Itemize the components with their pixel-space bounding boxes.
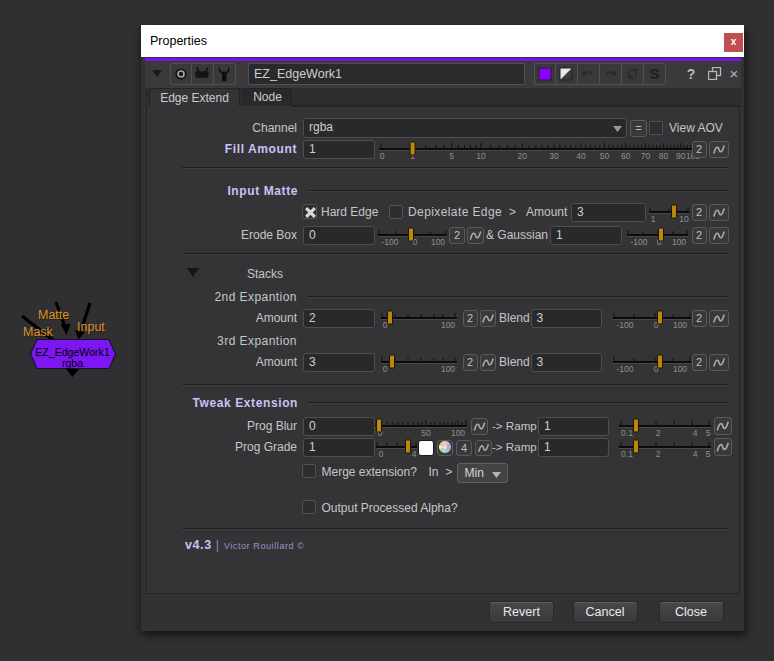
svg-text:10: 10 (679, 214, 689, 224)
svg-text:Input: Input (77, 320, 105, 334)
svg-text:0: 0 (379, 449, 384, 459)
svg-text:20: 20 (518, 151, 528, 161)
svg-text:Mask: Mask (23, 325, 54, 339)
svg-text:30: 30 (549, 151, 559, 161)
svg-text:80: 80 (659, 151, 669, 161)
svg-text:0.1: 0.1 (621, 449, 633, 459)
svg-text:2: 2 (656, 449, 661, 459)
svg-text:0: 0 (383, 320, 388, 330)
svg-text:90: 90 (676, 151, 686, 161)
svg-text:4: 4 (412, 449, 417, 459)
svg-text:40: 40 (576, 151, 586, 161)
svg-text:70: 70 (641, 151, 651, 161)
svg-text:100: 100 (673, 320, 687, 330)
svg-text:4: 4 (693, 449, 698, 459)
svg-text:100: 100 (431, 237, 445, 247)
svg-text:10: 10 (476, 151, 486, 161)
svg-text:1: 1 (651, 214, 656, 224)
svg-text:100: 100 (441, 364, 455, 374)
svg-text:0: 0 (383, 364, 388, 374)
svg-text:100: 100 (451, 428, 465, 438)
svg-text:-100: -100 (381, 237, 398, 247)
svg-text:50: 50 (600, 151, 610, 161)
svg-text:5: 5 (706, 449, 711, 459)
svg-text:100: 100 (672, 237, 686, 247)
svg-text:60: 60 (621, 151, 631, 161)
svg-text:5: 5 (449, 151, 454, 161)
svg-text:-100: -100 (616, 320, 633, 330)
svg-text:100: 100 (441, 320, 455, 330)
svg-text:-100: -100 (630, 237, 647, 247)
svg-text:100: 100 (673, 364, 687, 374)
svg-text:-100: -100 (616, 364, 633, 374)
svg-text:0: 0 (380, 151, 385, 161)
svg-text:Matte: Matte (38, 308, 69, 322)
svg-text:50: 50 (421, 428, 431, 438)
svg-text:rgba: rgba (62, 357, 83, 369)
